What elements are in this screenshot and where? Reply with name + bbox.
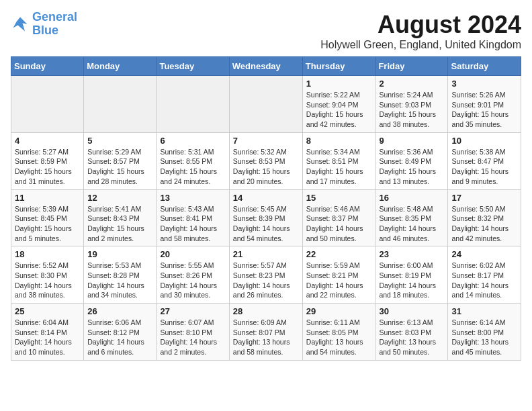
day-info: Sunrise: 6:07 AMSunset: 8:10 PMDaylight:…: [160, 318, 225, 357]
logo-text: General Blue: [32, 11, 77, 38]
calendar-cell: 1Sunrise: 5:22 AMSunset: 9:04 PMDaylight…: [302, 76, 375, 133]
logo-line2: Blue: [32, 24, 58, 37]
day-info: Sunrise: 5:22 AMSunset: 9:04 PMDaylight:…: [306, 90, 372, 130]
day-number: 25: [15, 306, 80, 316]
calendar-cell: 25Sunrise: 6:04 AMSunset: 8:14 PMDayligh…: [11, 304, 84, 361]
day-number: 29: [306, 306, 372, 316]
day-number: 7: [233, 136, 299, 146]
logo-line1: General: [32, 10, 77, 24]
calendar-cell: 9Sunrise: 5:36 AMSunset: 8:49 PMDaylight…: [375, 132, 448, 189]
calendar-cell: 13Sunrise: 5:43 AMSunset: 8:41 PMDayligh…: [157, 189, 229, 246]
day-header-tuesday: Tuesday: [157, 57, 229, 76]
day-number: 5: [87, 136, 152, 146]
calendar-cell: 27Sunrise: 6:07 AMSunset: 8:10 PMDayligh…: [157, 304, 229, 361]
calendar-cell: 24Sunrise: 6:02 AMSunset: 8:17 PMDayligh…: [448, 246, 521, 304]
day-number: 31: [451, 306, 517, 316]
day-info: Sunrise: 5:29 AMSunset: 8:57 PMDaylight:…: [87, 147, 152, 187]
calendar-cell: [11, 76, 84, 133]
calendar-header: SundayMondayTuesdayWednesdayThursdayFrid…: [11, 57, 521, 76]
calendar-cell: 23Sunrise: 6:00 AMSunset: 8:19 PMDayligh…: [375, 246, 448, 304]
day-info: Sunrise: 5:41 AMSunset: 8:43 PMDaylight:…: [87, 204, 152, 244]
day-info: Sunrise: 5:55 AMSunset: 8:26 PMDaylight:…: [160, 261, 225, 300]
calendar-cell: [84, 76, 157, 133]
main-title: August 2024: [320, 11, 521, 39]
calendar-cell: 4Sunrise: 5:27 AMSunset: 8:59 PMDaylight…: [11, 132, 84, 189]
day-info: Sunrise: 5:46 AMSunset: 8:37 PMDaylight:…: [306, 204, 372, 244]
day-header-thursday: Thursday: [302, 57, 375, 76]
calendar-cell: [157, 76, 229, 133]
calendar-cell: 28Sunrise: 6:09 AMSunset: 8:07 PMDayligh…: [229, 304, 302, 361]
day-info: Sunrise: 5:24 AMSunset: 9:03 PMDaylight:…: [379, 90, 444, 130]
day-number: 19: [87, 249, 152, 259]
day-number: 20: [160, 249, 225, 259]
day-info: Sunrise: 6:11 AMSunset: 8:05 PMDaylight:…: [306, 318, 372, 357]
week-row-3: 11Sunrise: 5:39 AMSunset: 8:45 PMDayligh…: [11, 189, 521, 246]
day-info: Sunrise: 5:32 AMSunset: 8:53 PMDaylight:…: [233, 147, 299, 187]
day-number: 17: [451, 193, 517, 203]
day-number: 8: [306, 136, 372, 146]
day-info: Sunrise: 5:52 AMSunset: 8:30 PMDaylight:…: [15, 261, 80, 300]
calendar-cell: 5Sunrise: 5:29 AMSunset: 8:57 PMDaylight…: [84, 132, 157, 189]
day-number: 30: [379, 306, 444, 316]
day-number: 9: [379, 136, 444, 146]
calendar-cell: 31Sunrise: 6:14 AMSunset: 8:00 PMDayligh…: [448, 304, 521, 361]
day-number: 28: [233, 306, 299, 316]
week-row-4: 18Sunrise: 5:52 AMSunset: 8:30 PMDayligh…: [11, 246, 521, 304]
logo-icon: [11, 15, 30, 34]
calendar-cell: 16Sunrise: 5:48 AMSunset: 8:35 PMDayligh…: [375, 189, 448, 246]
calendar-body: 1Sunrise: 5:22 AMSunset: 9:04 PMDaylight…: [11, 76, 521, 361]
day-number: 10: [451, 136, 517, 146]
day-number: 13: [160, 193, 225, 203]
day-header-saturday: Saturday: [448, 57, 521, 76]
calendar-cell: 2Sunrise: 5:24 AMSunset: 9:03 PMDaylight…: [375, 76, 448, 133]
svg-marker-0: [13, 17, 28, 31]
calendar-cell: [229, 76, 302, 133]
day-number: 24: [451, 249, 517, 259]
day-info: Sunrise: 5:53 AMSunset: 8:28 PMDaylight:…: [87, 261, 152, 300]
day-number: 12: [87, 193, 152, 203]
calendar-cell: 6Sunrise: 5:31 AMSunset: 8:55 PMDaylight…: [157, 132, 229, 189]
day-info: Sunrise: 6:00 AMSunset: 8:19 PMDaylight:…: [379, 261, 444, 300]
day-info: Sunrise: 6:06 AMSunset: 8:12 PMDaylight:…: [87, 318, 152, 357]
day-number: 22: [306, 249, 372, 259]
day-number: 6: [160, 136, 225, 146]
day-info: Sunrise: 5:34 AMSunset: 8:51 PMDaylight:…: [306, 147, 372, 187]
day-info: Sunrise: 5:27 AMSunset: 8:59 PMDaylight:…: [15, 147, 80, 187]
calendar-cell: 11Sunrise: 5:39 AMSunset: 8:45 PMDayligh…: [11, 189, 84, 246]
calendar-cell: 18Sunrise: 5:52 AMSunset: 8:30 PMDayligh…: [11, 246, 84, 304]
calendar-cell: 21Sunrise: 5:57 AMSunset: 8:23 PMDayligh…: [229, 246, 302, 304]
calendar-cell: 12Sunrise: 5:41 AMSunset: 8:43 PMDayligh…: [84, 189, 157, 246]
day-info: Sunrise: 6:02 AMSunset: 8:17 PMDaylight:…: [451, 261, 517, 300]
day-info: Sunrise: 5:50 AMSunset: 8:32 PMDaylight:…: [451, 204, 517, 244]
week-row-5: 25Sunrise: 6:04 AMSunset: 8:14 PMDayligh…: [11, 304, 521, 361]
week-row-1: 1Sunrise: 5:22 AMSunset: 9:04 PMDaylight…: [11, 76, 521, 133]
day-number: 4: [15, 136, 80, 146]
day-info: Sunrise: 6:13 AMSunset: 8:03 PMDaylight:…: [379, 318, 444, 357]
day-info: Sunrise: 5:38 AMSunset: 8:47 PMDaylight:…: [451, 147, 517, 187]
day-number: 16: [379, 193, 444, 203]
calendar-cell: 15Sunrise: 5:46 AMSunset: 8:37 PMDayligh…: [302, 189, 375, 246]
calendar-cell: 29Sunrise: 6:11 AMSunset: 8:05 PMDayligh…: [302, 304, 375, 361]
calendar-cell: 3Sunrise: 5:26 AMSunset: 9:01 PMDaylight…: [448, 76, 521, 133]
day-info: Sunrise: 5:36 AMSunset: 8:49 PMDaylight:…: [379, 147, 444, 187]
day-number: 21: [233, 249, 299, 259]
calendar-cell: 22Sunrise: 5:59 AMSunset: 8:21 PMDayligh…: [302, 246, 375, 304]
calendar-cell: 10Sunrise: 5:38 AMSunset: 8:47 PMDayligh…: [448, 132, 521, 189]
day-info: Sunrise: 5:59 AMSunset: 8:21 PMDaylight:…: [306, 261, 372, 300]
header-row: SundayMondayTuesdayWednesdayThursdayFrid…: [11, 57, 521, 76]
day-header-wednesday: Wednesday: [229, 57, 302, 76]
day-number: 23: [379, 249, 444, 259]
day-header-monday: Monday: [84, 57, 157, 76]
calendar-table: SundayMondayTuesdayWednesdayThursdayFrid…: [11, 56, 521, 361]
day-number: 15: [306, 193, 372, 203]
calendar-cell: 17Sunrise: 5:50 AMSunset: 8:32 PMDayligh…: [448, 189, 521, 246]
day-info: Sunrise: 5:43 AMSunset: 8:41 PMDaylight:…: [160, 204, 225, 244]
day-header-friday: Friday: [375, 57, 448, 76]
day-number: 14: [233, 193, 299, 203]
calendar-cell: 19Sunrise: 5:53 AMSunset: 8:28 PMDayligh…: [84, 246, 157, 304]
day-info: Sunrise: 5:45 AMSunset: 8:39 PMDaylight:…: [233, 204, 299, 244]
title-area: August 2024 Holywell Green, England, Uni…: [320, 11, 521, 51]
calendar-cell: 7Sunrise: 5:32 AMSunset: 8:53 PMDaylight…: [229, 132, 302, 189]
logo: General Blue: [11, 11, 77, 38]
day-number: 18: [15, 249, 80, 259]
